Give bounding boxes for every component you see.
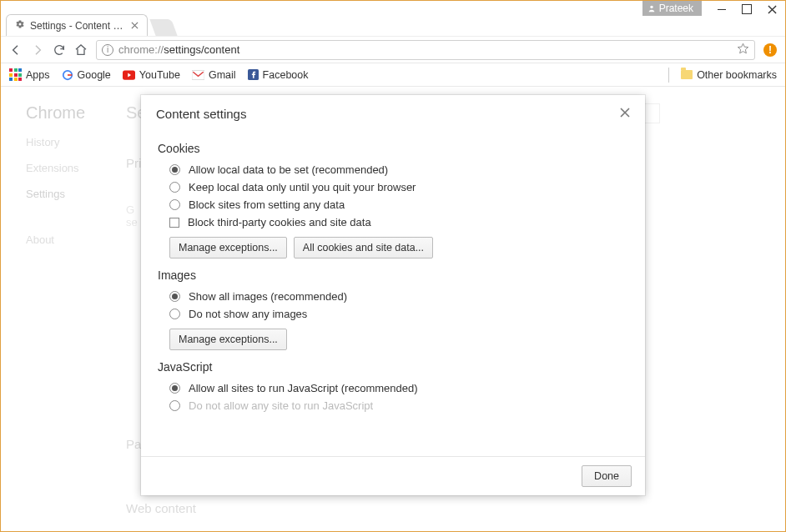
gmail-icon <box>192 70 204 80</box>
images-heading: Images <box>158 269 628 282</box>
bookmarks-bar: Apps Google YouTube Gmail Facebook Other… <box>1 63 785 87</box>
section-javascript: JavaScript Allow all sites to run JavaSc… <box>158 360 628 412</box>
star-icon <box>737 43 749 55</box>
tab-title: Settings - Content settin <box>30 20 126 32</box>
google-icon <box>62 69 73 81</box>
new-tab-button[interactable] <box>149 19 177 36</box>
bookmark-google[interactable]: Google <box>62 69 111 81</box>
address-bar[interactable]: i chrome://settings/content <box>96 40 755 60</box>
radio-icon <box>169 164 180 175</box>
bookmark-facebook[interactable]: Facebook <box>248 69 309 81</box>
dialog-header: Content settings <box>141 95 645 126</box>
home-icon <box>74 43 88 57</box>
images-radio-show[interactable]: Show all images (recommended) <box>169 290 628 303</box>
user-icon <box>647 4 656 13</box>
tab-settings-content[interactable]: Settings - Content settin <box>6 14 148 36</box>
url-text: chrome://settings/content <box>118 43 732 56</box>
content-settings-dialog: Content settings Cookies Allow local dat… <box>141 95 645 495</box>
bookmark-youtube[interactable]: YouTube <box>123 69 180 81</box>
reload-button[interactable] <box>53 43 66 57</box>
cookies-manage-exceptions-button[interactable]: Manage exceptions... <box>169 237 287 258</box>
cookies-radio-keep-until-quit[interactable]: Keep local data only until you quit your… <box>169 181 628 193</box>
cookies-radio-block[interactable]: Block sites from setting any data <box>169 198 628 211</box>
back-button[interactable] <box>9 43 23 57</box>
tab-strip: Settings - Content settin <box>6 14 174 36</box>
javascript-radio-block[interactable]: Do not allow any site to run JavaScript <box>169 399 628 412</box>
profile-name: Prateek <box>659 3 693 14</box>
arrow-right-icon <box>31 43 44 57</box>
modal-overlay: Content settings Cookies Allow local dat… <box>1 87 785 532</box>
radio-icon <box>169 182 180 193</box>
radio-icon <box>169 199 180 210</box>
reload-icon <box>53 43 66 57</box>
close-icon <box>131 22 139 29</box>
bookmarks-separator <box>668 68 669 83</box>
radio-icon <box>169 291 180 302</box>
youtube-icon <box>123 70 135 80</box>
site-info-icon[interactable]: i <box>102 44 113 56</box>
window-titlebar: Prateek Settings - Content settin <box>1 1 785 36</box>
toolbar: i chrome://settings/content ! <box>1 36 785 63</box>
profile-chip[interactable]: Prateek <box>642 1 702 16</box>
cookies-checkbox-block-thirdparty[interactable]: Block third-party cookies and site data <box>169 216 628 228</box>
images-manage-exceptions-button[interactable]: Manage exceptions... <box>169 329 287 350</box>
tab-close-button[interactable] <box>131 20 139 32</box>
arrow-left-icon <box>9 43 23 57</box>
alert-badge-icon[interactable]: ! <box>763 43 777 57</box>
dialog-close-button[interactable] <box>620 108 630 120</box>
gear-icon <box>15 19 25 32</box>
forward-button[interactable] <box>31 43 44 57</box>
dialog-body[interactable]: Cookies Allow local data to be set (reco… <box>141 126 645 456</box>
images-radio-hide[interactable]: Do not show any images <box>169 308 628 320</box>
javascript-heading: JavaScript <box>158 360 628 374</box>
javascript-radio-allow[interactable]: Allow all sites to run JavaScript (recom… <box>169 382 628 394</box>
dialog-footer: Done <box>141 456 645 495</box>
checkbox-icon <box>169 218 179 228</box>
maximize-button[interactable] <box>742 4 752 14</box>
dialog-title: Content settings <box>156 107 246 121</box>
done-button[interactable]: Done <box>582 465 632 487</box>
apps-shortcut[interactable]: Apps <box>9 68 50 81</box>
apps-grid-icon <box>9 68 22 81</box>
close-icon <box>620 108 630 118</box>
section-images: Images Show all images (recommended) Do … <box>158 269 628 350</box>
radio-icon <box>169 309 180 319</box>
bookmark-star-button[interactable] <box>737 43 749 58</box>
bookmark-gmail[interactable]: Gmail <box>192 69 236 81</box>
content-area: Chrome History Extensions Settings About… <box>1 87 785 532</box>
radio-icon <box>169 383 180 394</box>
cookies-heading: Cookies <box>158 142 628 155</box>
close-window-button[interactable] <box>767 4 777 14</box>
home-button[interactable] <box>74 43 88 57</box>
apps-label: Apps <box>26 69 50 81</box>
other-bookmarks[interactable]: Other bookmarks <box>681 69 777 81</box>
facebook-icon <box>248 69 259 80</box>
close-icon <box>768 5 777 14</box>
radio-icon <box>169 400 180 411</box>
minimize-button[interactable] <box>717 4 727 14</box>
folder-icon <box>681 70 693 79</box>
svg-point-0 <box>650 6 652 8</box>
cookies-all-data-button[interactable]: All cookies and site data... <box>294 237 433 258</box>
cookies-radio-allow[interactable]: Allow local data to be set (recommended) <box>169 163 628 176</box>
section-cookies: Cookies Allow local data to be set (reco… <box>158 142 628 258</box>
window-controls <box>717 4 777 14</box>
